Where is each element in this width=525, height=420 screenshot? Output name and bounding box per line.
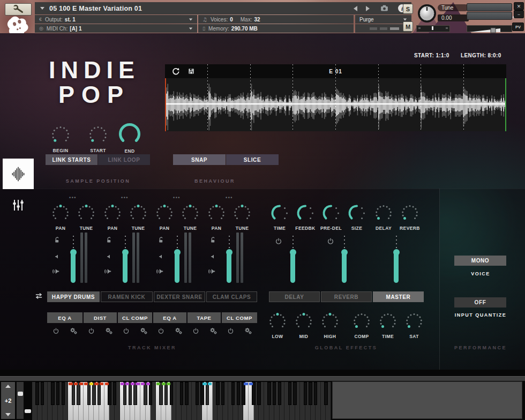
piano-key-black[interactable] — [108, 382, 111, 405]
piano-key-black[interactable] — [35, 382, 39, 405]
piano-key-black[interactable] — [164, 382, 168, 405]
piano-key-black[interactable] — [288, 382, 291, 405]
piano-key-black[interactable] — [293, 382, 296, 405]
piano-key-black[interactable] — [98, 382, 101, 405]
waveform-panel[interactable]: E 01 — [165, 64, 506, 131]
reverb-predelay-knob[interactable]: PRE-DEL — [319, 204, 343, 231]
preset-title[interactable]: 05 100 E Master Variation 01 — [49, 5, 142, 12]
track-volume-fader[interactable] — [175, 236, 179, 283]
piano-key-black[interactable] — [180, 382, 183, 405]
tab-delay[interactable]: DELAY — [269, 291, 320, 302]
fx-slot-button[interactable]: EQ A — [47, 312, 82, 323]
tab-sample-view[interactable] — [3, 159, 34, 189]
piano-key-black[interactable] — [304, 382, 307, 405]
fx-slot-button[interactable]: CL COMP — [222, 312, 257, 323]
pan-knob[interactable]: PAN — [101, 204, 124, 231]
eq-mid-knob[interactable]: MID — [292, 312, 316, 339]
speaker-icon[interactable] — [104, 267, 112, 275]
keyboard-scroll-handle[interactable] — [18, 392, 23, 396]
pan-knob[interactable]: PAN — [49, 204, 72, 231]
piano-key-black[interactable] — [92, 382, 95, 405]
start-knob[interactable]: START — [85, 125, 111, 153]
fx-power-icon[interactable] — [227, 327, 234, 334]
speaker-icon[interactable] — [52, 267, 61, 275]
master-volume-fader[interactable] — [394, 236, 399, 283]
transpose-down-icon[interactable] — [5, 413, 11, 416]
tune-knob[interactable]: TUNE — [178, 204, 202, 231]
delay-send-knob[interactable]: DELAY — [372, 204, 395, 231]
slice-divider[interactable] — [292, 64, 293, 131]
fx-slot-button[interactable]: CL COMP — [118, 312, 152, 323]
fx-settings-icon[interactable] — [175, 327, 183, 335]
reorder-tracks-icon[interactable] — [34, 291, 43, 301]
keyboard-zoom-handle[interactable] — [25, 409, 31, 413]
link-loop-button[interactable]: LINK LOOP — [98, 154, 150, 165]
track-volume-fader[interactable] — [71, 236, 76, 283]
performance-view-button[interactable]: PV — [512, 22, 524, 31]
piano-key-black[interactable] — [278, 382, 281, 405]
track-menu-dots[interactable]: ••• — [65, 195, 81, 200]
fx-settings-icon[interactable] — [244, 327, 252, 335]
mute-speaker-icon[interactable] — [54, 253, 61, 260]
track-volume-fader[interactable] — [123, 236, 128, 283]
track-menu-dots[interactable]: ••• — [221, 195, 237, 200]
piano-key-black[interactable] — [41, 382, 44, 405]
delay-power-icon[interactable] — [275, 237, 282, 245]
fx-power-icon[interactable] — [158, 327, 164, 334]
piano-key-black[interactable] — [185, 382, 188, 405]
pan-slider[interactable] — [416, 25, 450, 32]
piano-key-black[interactable] — [200, 382, 204, 405]
tune-value[interactable]: 0.00 — [438, 14, 469, 21]
pan-slider-handle[interactable] — [432, 26, 433, 30]
mute-button[interactable]: M — [403, 21, 413, 32]
snapshot-camera-icon[interactable] — [379, 4, 389, 13]
output-caret[interactable] — [189, 18, 192, 20]
sample-end-marker[interactable] — [505, 78, 506, 131]
track-button-clam-claps[interactable]: CLAM CLAPS — [206, 291, 257, 302]
slice-button[interactable]: SLICE — [226, 154, 279, 165]
piano-key-black[interactable] — [237, 382, 240, 405]
snap-button[interactable]: SNAP — [173, 154, 226, 165]
slice-divider[interactable] — [463, 64, 464, 131]
transpose-control[interactable]: +2 — [1, 382, 15, 419]
piano-key-black[interactable] — [77, 382, 80, 405]
track-menu-dots[interactable]: ••• — [169, 195, 185, 200]
speaker-icon[interactable] — [208, 267, 216, 275]
delay-return-fader[interactable] — [290, 236, 295, 283]
tune-knob[interactable] — [417, 4, 437, 23]
piano-key-black[interactable] — [87, 382, 91, 405]
piano-key-black[interactable] — [206, 382, 209, 405]
piano-key-black[interactable] — [144, 382, 147, 405]
minimize-button[interactable]: − — [514, 10, 524, 18]
piano-key-black[interactable] — [62, 382, 65, 405]
end-knob[interactable]: END — [117, 123, 142, 154]
close-button[interactable]: ✕ — [514, 2, 524, 10]
piano-key-black[interactable] — [149, 382, 152, 405]
sample-start-marker[interactable] — [165, 78, 166, 131]
piano-key-black[interactable] — [216, 382, 219, 405]
lock-open-icon[interactable] — [106, 236, 112, 243]
piano-key-black[interactable] — [123, 382, 126, 405]
piano-key-black[interactable] — [129, 382, 132, 405]
midi-channel-row[interactable]: ◎ MIDI Ch: [A] 1 — [35, 24, 197, 33]
delay-feedback-knob[interactable]: FEEDBK — [294, 204, 317, 231]
reverb-size-knob[interactable]: SIZE — [345, 204, 369, 231]
piano-key-black[interactable] — [113, 382, 116, 405]
track-volume-fader[interactable] — [227, 236, 231, 283]
voice-mode-button[interactable]: MONO — [454, 256, 506, 266]
fx-power-icon[interactable] — [88, 327, 95, 334]
slice-divider[interactable] — [207, 64, 208, 131]
lock-open-icon[interactable] — [54, 236, 61, 243]
pan-knob[interactable]: PAN — [153, 204, 176, 231]
midi-caret[interactable] — [189, 27, 192, 29]
eq-low-knob[interactable]: LOW — [266, 312, 289, 339]
piano-key-black[interactable] — [231, 382, 235, 405]
tab-reverb[interactable]: REVERB — [321, 291, 372, 302]
volume-slider[interactable] — [467, 25, 512, 32]
mute-speaker-icon[interactable] — [158, 253, 164, 260]
piano-keyboard[interactable] — [32, 382, 331, 420]
piano-key-black[interactable] — [242, 382, 245, 405]
piano-key-black[interactable] — [221, 382, 224, 405]
piano-key-black[interactable] — [324, 382, 327, 405]
piano-key-black[interactable] — [170, 382, 173, 405]
